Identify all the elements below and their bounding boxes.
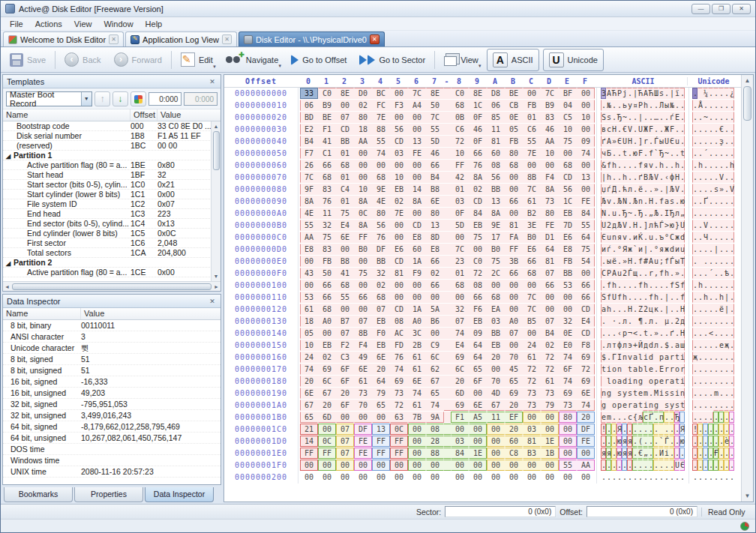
byte-cell[interactable]: 9E — [487, 220, 505, 231]
byte-cell[interactable]: 00 — [426, 460, 444, 471]
unicode-char[interactable]: . — [718, 268, 724, 279]
byte-cell[interactable]: 00 — [541, 424, 559, 435]
ascii-char[interactable]: Я — [622, 244, 627, 255]
byte-cell[interactable]: 69 — [577, 376, 595, 387]
ascii-char[interactable]: . — [643, 316, 648, 327]
ascii-char[interactable]: r — [669, 364, 674, 375]
unicode-char[interactable]: . — [692, 472, 698, 483]
ascii-char[interactable]: . — [622, 460, 627, 471]
ascii-char[interactable]: . — [674, 436, 680, 447]
ascii-char[interactable]: Н — [632, 220, 638, 231]
ascii-char[interactable]: ё — [611, 256, 616, 267]
byte-cell[interactable]: 26 — [300, 160, 318, 171]
panel-tab-data-inspector[interactable]: Data Inspector — [145, 487, 214, 502]
unicode-char[interactable]: ¿ — [729, 88, 734, 99]
byte-cell[interactable]: 00 — [523, 412, 541, 423]
ascii-char[interactable]: U — [664, 136, 669, 147]
byte-cell[interactable]: A4 — [408, 100, 426, 111]
byte-cell[interactable]: 8A — [469, 172, 487, 183]
byte-cell[interactable]: 72 — [390, 400, 408, 411]
byte-cell[interactable]: 6E — [336, 232, 354, 243]
ascii-char[interactable]: . — [643, 436, 648, 447]
ascii-char[interactable]: n — [601, 388, 606, 399]
byte-cell[interactable]: 61 — [408, 400, 426, 411]
ascii-char[interactable]: s — [627, 388, 632, 399]
byte-cell[interactable]: D1 — [541, 232, 559, 243]
ascii-char[interactable]: т — [611, 340, 616, 351]
ascii-char[interactable]: ћ — [622, 184, 627, 195]
panel-tab-bookmarks[interactable]: Bookmarks — [4, 487, 73, 502]
unicode-char[interactable]: . — [718, 160, 724, 171]
registration-status-icon[interactable] — [740, 522, 749, 531]
unicode-char[interactable]: . — [692, 412, 698, 423]
unicode-char[interactable]: . — [708, 88, 713, 99]
unicode-char[interactable]: . — [729, 376, 734, 387]
byte-cell[interactable]: 6D — [318, 412, 336, 423]
unicode-char[interactable]: . — [703, 376, 708, 387]
byte-cell[interactable]: 8A — [541, 184, 559, 195]
ascii-char[interactable]: y — [669, 400, 674, 411]
ascii-char[interactable]: . — [653, 316, 658, 327]
byte-cell[interactable]: 00 — [523, 280, 541, 291]
byte-cell[interactable]: 00 — [541, 460, 559, 471]
byte-cell[interactable]: 3C — [408, 328, 426, 339]
ascii-char[interactable]: ° — [653, 244, 658, 255]
ascii-char[interactable]: . — [669, 292, 674, 303]
byte-cell[interactable]: 68 — [523, 268, 541, 279]
unicode-char[interactable]: . — [703, 460, 708, 471]
unicode-char[interactable]: . — [729, 148, 734, 159]
ascii-char[interactable]: ѓ — [669, 112, 674, 123]
unicode-char[interactable]: . — [729, 340, 734, 351]
byte-cell[interactable]: 75 — [487, 256, 505, 267]
byte-cell[interactable]: 6E — [408, 376, 426, 387]
ascii-char[interactable]: . — [616, 412, 622, 423]
ascii-char[interactable]: . — [611, 196, 616, 207]
ascii-char[interactable]: Ж — [643, 124, 648, 135]
unicode-char[interactable]: Ґ — [703, 196, 708, 207]
ascii-char[interactable]: ѓ — [606, 244, 611, 255]
byte-cell[interactable]: 63 — [390, 412, 408, 423]
ascii-char[interactable]: h — [606, 172, 611, 183]
unicode-char[interactable]: . — [708, 376, 713, 387]
unicode-char[interactable]: . — [708, 316, 713, 327]
unicode-char[interactable]: . — [729, 100, 734, 111]
templates-hscrollbar[interactable]: ◄ ► — [3, 281, 220, 291]
unicode-char[interactable]: . — [692, 388, 698, 399]
ascii-char[interactable]: ч — [601, 148, 606, 159]
ascii-char[interactable]: … — [653, 112, 658, 123]
unicode-char[interactable]: . — [718, 256, 724, 267]
ascii-char[interactable]: Я — [616, 424, 622, 435]
byte-cell[interactable]: 0C — [318, 436, 336, 447]
unicode-char[interactable]: . — [713, 304, 718, 315]
byte-cell[interactable]: BD — [300, 112, 318, 123]
byte-cell[interactable]: FF — [451, 160, 469, 171]
unicode-char[interactable]: . — [729, 316, 734, 327]
byte-cell[interactable]: 64 — [577, 232, 595, 243]
ascii-char[interactable]: . — [627, 472, 632, 483]
ascii-char[interactable]: Ѓ — [664, 436, 669, 447]
unicode-char[interactable]: . — [729, 424, 734, 435]
byte-cell[interactable]: 61 — [354, 376, 372, 387]
unicode-char[interactable]: . — [703, 388, 708, 399]
ascii-char[interactable]: с — [606, 124, 611, 135]
ascii-char[interactable]: ѓ — [606, 184, 611, 195]
ascii-char[interactable]: f — [638, 256, 643, 267]
ascii-char[interactable]: l — [638, 352, 643, 363]
byte-cell[interactable]: 00 — [559, 448, 577, 459]
byte-cell[interactable]: BF — [559, 88, 577, 99]
ascii-char[interactable]: a — [601, 304, 606, 315]
unicode-char[interactable]: . — [703, 160, 708, 171]
ascii-char[interactable]: . — [653, 460, 658, 471]
byte-cell[interactable]: 42 — [451, 172, 469, 183]
byte-cell[interactable]: FE — [577, 196, 595, 207]
byte-cell[interactable]: 50 — [318, 268, 336, 279]
ascii-char[interactable] — [658, 424, 664, 435]
byte-cell[interactable]: 08 — [390, 316, 408, 327]
ascii-char[interactable]: . — [669, 340, 674, 351]
ascii-char[interactable]: Н — [680, 328, 685, 339]
ascii-char[interactable]: . — [616, 148, 622, 159]
byte-cell[interactable]: 75 — [469, 232, 487, 243]
unicode-char[interactable]: . — [729, 220, 734, 231]
ascii-char[interactable]: v — [648, 160, 653, 171]
ascii-char[interactable]: . — [664, 412, 669, 423]
